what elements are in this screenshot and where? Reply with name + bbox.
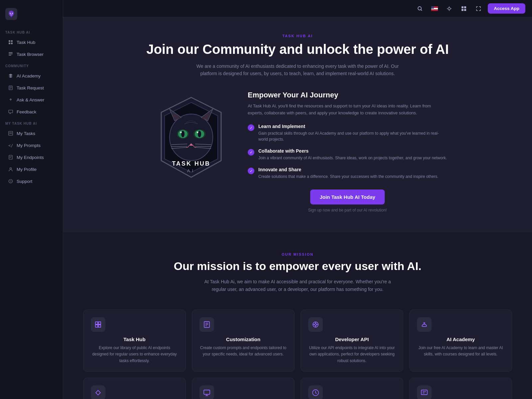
feature-check-innovate: ✓ (248, 168, 254, 174)
svg-text:</>: </> (8, 143, 13, 148)
feature-title-innovate: Innovate and Share (258, 167, 438, 172)
card-ask-answer: Ask & Answer Engage with our community b… (192, 378, 295, 399)
sidebar-item-task-hub[interactable]: Task Hub (3, 37, 60, 48)
sidebar-item-label-my-endpoints: My Endpoints (17, 155, 44, 160)
card-desc-customization: Create custom prompts and endpoints tail… (200, 345, 287, 357)
flag-icon-btn[interactable] (429, 3, 440, 14)
sidebar: TASK HUB AI Task Hub Task Browser COMMUN… (0, 0, 63, 399)
sidebar-item-ask-answer[interactable]: ? Ask & Answer (3, 94, 60, 105)
hero-logo-image: TASK HUB AI (148, 91, 234, 191)
svg-rect-77 (421, 390, 427, 395)
feature-desc-learn: Gain practical skills through our AI Aca… (258, 130, 447, 142)
sidebar-item-my-prompts[interactable]: </> My Prompts (3, 140, 60, 151)
card-desc-developer-api: Utilize our API endpoints to integrate A… (308, 345, 396, 364)
sidebar-item-label-task-browser: Task Browser (17, 52, 44, 57)
svg-point-1 (12, 13, 13, 14)
sidebar-item-label-task-request: Task Request (17, 85, 44, 90)
svg-rect-39 (464, 9, 466, 11)
section-label-main: TASK HUB AI (0, 27, 63, 36)
expand-icon-btn[interactable] (473, 3, 484, 14)
sidebar-item-my-tasks[interactable]: My Tasks (3, 128, 60, 139)
ask-answer-icon: ? (8, 97, 13, 102)
feature-check-learn: ✓ (248, 124, 254, 131)
sidebar-item-label-ai-academy: AI Academy (17, 73, 41, 78)
my-endpoints-icon (8, 155, 13, 160)
card-feedback: Feedback We value your feedback to conti… (409, 378, 512, 399)
svg-point-31 (448, 7, 451, 10)
feature-check-collaborate: ✓ (248, 149, 254, 156)
card-icon-task-hub (91, 317, 105, 332)
feedback-icon (8, 109, 13, 114)
svg-rect-19 (9, 155, 12, 159)
feature-text-innovate: Innovate and Share Create solutions that… (258, 167, 438, 180)
app-logo-icon (5, 8, 17, 20)
feature-title-learn: Learn and Implement (258, 124, 447, 129)
svg-point-51 (180, 131, 182, 133)
svg-point-0 (10, 13, 11, 14)
topbar: Access App (63, 0, 532, 17)
sidebar-item-my-endpoints[interactable]: My Endpoints (3, 152, 60, 163)
search-icon-btn[interactable] (415, 3, 425, 14)
sidebar-item-label-task-hub: Task Hub (17, 40, 35, 45)
feature-desc-innovate: Create solutions that make a difference.… (258, 174, 438, 180)
access-app-button[interactable]: Access App (488, 3, 525, 14)
mission-subtitle: At Task Hub Ai, we aim to make AI access… (198, 278, 397, 293)
card-icon-developer-api (308, 317, 323, 332)
sidebar-item-support[interactable]: ? Support (3, 176, 60, 187)
card-title-developer-api: Developer API (308, 336, 396, 342)
cards-grid-top: Task Hub Explore our library of public A… (76, 310, 519, 372)
svg-rect-5 (11, 43, 13, 44)
ai-academy-icon (8, 73, 13, 78)
sidebar-item-task-request[interactable]: Task Request (3, 82, 60, 93)
svg-text:?: ? (10, 180, 11, 183)
join-btn[interactable]: Join Task Hub AI Today (310, 190, 384, 204)
hero-content: TASK HUB AI Empower Your AI Journey At T… (148, 91, 447, 213)
hero-sign-up: Sign up now and be part of our AI revolu… (308, 208, 387, 212)
svg-rect-2 (9, 40, 10, 42)
sidebar-item-feedback[interactable]: Feedback (3, 106, 60, 117)
mission-tag: OUR MISSION (76, 252, 519, 256)
cards-grid-bottom: 24/7 Support Receive round-the-clock sup… (76, 372, 519, 399)
theme-toggle-btn[interactable] (444, 3, 455, 14)
svg-rect-15 (9, 131, 13, 135)
feature-text-learn: Learn and Implement Gain practical skill… (258, 124, 447, 142)
hero-title: Join our Community and unlock the power … (146, 41, 449, 57)
card-icon-support (91, 385, 105, 399)
feature-item-collaborate: ✓ Collaborate with Peers Join a vibrant … (248, 148, 447, 161)
sidebar-logo (0, 5, 63, 27)
my-prompts-icon: </> (8, 143, 13, 148)
sidebar-item-label-support: Support (17, 179, 32, 184)
card-icon-task-requests (308, 385, 323, 399)
my-tasks-icon (8, 131, 13, 136)
section-label-community: COMMUNITY (0, 60, 63, 70)
grid-icon-btn[interactable] (459, 3, 469, 14)
svg-text:?: ? (10, 98, 12, 101)
svg-rect-37 (464, 6, 466, 8)
hero-info-title: Empower Your AI Journey (248, 91, 447, 99)
hero-tag: TASK HUB AI (282, 34, 313, 38)
my-profile-icon (8, 167, 13, 172)
card-title-ai-academy: AI Academy (417, 336, 504, 342)
sidebar-item-label-ask-answer: Ask & Answer (17, 97, 44, 102)
task-request-icon (8, 85, 13, 90)
feature-desc-collaborate: Join a vibrant community of AI enthusias… (258, 155, 447, 161)
svg-marker-72 (96, 390, 100, 395)
hero-info: Empower Your AI Journey At Task Hub Ai, … (248, 91, 447, 213)
svg-rect-3 (11, 40, 13, 42)
sidebar-item-ai-academy[interactable]: AI Academy (3, 70, 60, 81)
card-desc-task-hub: Explore our library of public AI endpoin… (91, 345, 178, 364)
feature-title-collaborate: Collaborate with Peers (258, 148, 447, 154)
svg-point-50 (198, 131, 201, 137)
sidebar-item-my-profile[interactable]: My Profile (3, 164, 60, 175)
sidebar-item-task-browser[interactable]: Task Browser (3, 49, 60, 60)
feature-item-innovate: ✓ Innovate and Share Create solutions th… (248, 167, 447, 180)
card-icon-ai-academy (417, 317, 432, 332)
mission-title: Our mission is to empower every user wit… (76, 260, 519, 273)
svg-text:TASK HUB: TASK HUB (172, 160, 210, 167)
svg-point-40 (170, 114, 213, 161)
card-title-customization: Customization (200, 336, 287, 342)
card-support: 24/7 Support Receive round-the-clock sup… (83, 378, 186, 399)
task-browser-icon (8, 52, 13, 57)
card-icon-ask-answer (200, 385, 214, 399)
hero-subtitle: We are a community of AI enthusiasts ded… (191, 63, 404, 77)
